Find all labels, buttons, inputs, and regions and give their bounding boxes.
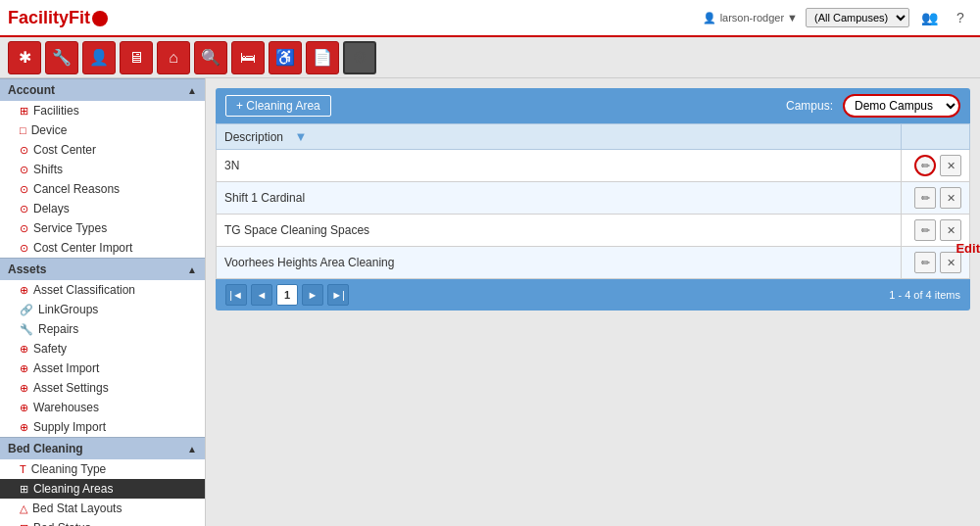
assets-section-label: Assets xyxy=(8,263,46,276)
logo-icon: i xyxy=(92,11,108,26)
sidebar-item-delays[interactable]: ⊙ Delays xyxy=(0,199,205,218)
row-description-tg: TG Space Cleaning Spaces xyxy=(217,215,902,247)
user-menu[interactable]: 👤 larson-rodger ▼ xyxy=(703,12,798,24)
sidebar-item-shifts[interactable]: ⊙ Shifts xyxy=(0,160,205,179)
group-icon-btn[interactable]: 👥 xyxy=(917,6,941,29)
sidebar-item-linkgroups[interactable]: 🔗 LinkGroups xyxy=(0,300,205,319)
username: larson-rodger ▼ xyxy=(720,12,798,24)
row-action-buttons: ✏ ✕ xyxy=(909,219,961,241)
cancel-reasons-icon: ⊙ xyxy=(20,183,28,196)
next-page-btn[interactable]: ► xyxy=(302,284,323,306)
cost-center-label: Cost Center xyxy=(33,143,96,157)
prev-page-btn[interactable]: ◄ xyxy=(251,284,272,306)
table-row: TG Space Cleaning Spaces ✏ ✕ xyxy=(217,215,970,247)
sidebar: Account ▲ ⊞ Facilities □ Device ⊙ Cost C… xyxy=(0,78,206,526)
sidebar-item-warehouses[interactable]: ⊕ Warehouses xyxy=(0,398,205,417)
tools-toolbar-btn[interactable]: 🔧 xyxy=(45,41,78,74)
service-types-icon: ⊙ xyxy=(20,222,28,235)
app-name: FacilityFit xyxy=(8,8,90,27)
asset-settings-icon: ⊕ xyxy=(20,382,28,395)
col-actions xyxy=(902,124,970,150)
sidebar-item-cost-center-import[interactable]: ⊙ Cost Center Import xyxy=(0,238,205,258)
asset-classification-icon: ⊕ xyxy=(20,284,28,297)
first-page-btn[interactable]: |◄ xyxy=(225,284,247,306)
bed-toolbar-btn[interactable]: 🛏 xyxy=(231,41,265,74)
sidebar-item-asset-classification[interactable]: ⊕ Asset Classification xyxy=(0,280,205,300)
sidebar-item-cancel-reasons[interactable]: ⊙ Cancel Reasons xyxy=(0,179,205,199)
home-toolbar-btn[interactable]: ⌂ xyxy=(157,41,190,74)
last-page-btn[interactable]: ►| xyxy=(327,284,349,306)
sidebar-item-asset-settings[interactable]: ⊕ Asset Settings xyxy=(0,378,205,398)
sidebar-item-safety[interactable]: ⊕ Safety xyxy=(0,339,205,359)
service-types-label: Service Types xyxy=(33,221,107,235)
delete-btn-tg[interactable]: ✕ xyxy=(940,219,961,241)
delays-icon: ⊙ xyxy=(20,203,28,215)
bed-stat-layouts-icon: △ xyxy=(20,502,27,515)
sidebar-section-account[interactable]: Account ▲ xyxy=(0,78,205,101)
asset-import-label: Asset Import xyxy=(33,361,99,375)
delete-btn-3n[interactable]: ✕ xyxy=(940,155,961,176)
table-row: Voorhees Heights Area Cleaning ✏ ✕ xyxy=(217,247,970,279)
page-info: 1 - 4 of 4 items xyxy=(889,289,960,301)
edit-btn-shift1[interactable]: ✏ xyxy=(914,187,936,209)
row-actions-tg: ✏ ✕ xyxy=(902,215,970,247)
bed-cleaning-section-label: Bed Cleaning xyxy=(8,442,83,455)
monitor-toolbar-btn[interactable]: 🖥 xyxy=(120,41,153,74)
description-col-label: Description xyxy=(224,130,283,144)
search-toolbar-btn[interactable]: 🔍 xyxy=(194,41,227,74)
row-actions-voorhees: ✏ ✕ xyxy=(902,247,970,279)
supply-import-icon: ⊕ xyxy=(20,421,28,434)
help-btn[interactable]: ? xyxy=(949,6,972,29)
cost-center-icon: ⊙ xyxy=(20,144,28,157)
sidebar-section-bed-cleaning[interactable]: Bed Cleaning ▲ xyxy=(0,437,205,459)
row-actions-3n: ✏ ✕ xyxy=(902,150,970,182)
row-description-shift1: Shift 1 Cardinal xyxy=(217,182,902,215)
sidebar-item-cost-center[interactable]: ⊙ Cost Center xyxy=(0,140,205,160)
edit-btn-3n[interactable]: ✏ xyxy=(914,155,936,176)
sidebar-item-asset-import[interactable]: ⊕ Asset Import xyxy=(0,359,205,378)
safety-label: Safety xyxy=(33,342,67,356)
delete-btn-voorhees[interactable]: ✕ xyxy=(940,252,961,273)
pagination-bar: |◄ ◄ 1 ► ►| 1 - 4 of 4 items xyxy=(216,279,970,311)
wrench-toolbar-btn[interactable]: ✱ xyxy=(8,41,41,74)
device-label: Device xyxy=(31,123,68,137)
sidebar-item-bed-stat-layouts[interactable]: △ Bed Stat Layouts xyxy=(0,499,205,518)
sidebar-item-cleaning-areas[interactable]: ⊞ Cleaning Areas xyxy=(0,479,205,499)
page-1-btn[interactable]: 1 xyxy=(276,284,298,306)
toolbar: ✱ 🔧 👤 🖥 ⌂ 🔍 🛏 ♿ 📄 ⚙ xyxy=(0,37,980,78)
cost-center-import-label: Cost Center Import xyxy=(33,241,132,255)
assets-arrow-icon: ▲ xyxy=(187,264,197,275)
asset-import-icon: ⊕ xyxy=(20,362,28,375)
shifts-label: Shifts xyxy=(33,163,63,176)
edit-btn-voorhees[interactable]: ✏ xyxy=(914,252,936,273)
person-toolbar-btn[interactable]: 👤 xyxy=(82,41,116,74)
cleaning-type-label: Cleaning Type xyxy=(31,462,107,476)
row-action-buttons: ✏ ✕ xyxy=(909,252,961,273)
wheelchair-toolbar-btn[interactable]: ♿ xyxy=(269,41,302,74)
sidebar-item-supply-import[interactable]: ⊕ Supply Import xyxy=(0,417,205,437)
filter-icon[interactable]: ▼ xyxy=(294,129,307,144)
sidebar-item-service-types[interactable]: ⊙ Service Types xyxy=(0,218,205,238)
campus-selector[interactable]: (All Campuses) Demo Campus Main Campus xyxy=(806,8,909,27)
linkgroups-icon: 🔗 xyxy=(20,304,33,316)
edit-btn-tg[interactable]: ✏ xyxy=(914,219,936,241)
cost-center-import-icon: ⊙ xyxy=(20,242,28,255)
sidebar-section-assets[interactable]: Assets ▲ xyxy=(0,258,205,280)
app-logo: FacilityFiti xyxy=(8,8,108,28)
sidebar-item-repairs[interactable]: 🔧 Repairs xyxy=(0,319,205,339)
repairs-label: Repairs xyxy=(38,322,78,336)
sidebar-item-bed-status[interactable]: ⊞ Bed Status xyxy=(0,518,205,526)
document-toolbar-btn[interactable]: 📄 xyxy=(306,41,339,74)
campus-select-dropdown[interactable]: Demo Campus (All Campuses) Main Campus xyxy=(843,94,960,118)
col-description: Description ▼ xyxy=(217,124,902,150)
sidebar-item-facilities[interactable]: ⊞ Facilities xyxy=(0,101,205,120)
row-description-voorhees: Voorhees Heights Area Cleaning xyxy=(217,247,902,279)
sidebar-item-cleaning-type[interactable]: T Cleaning Type xyxy=(0,459,205,479)
add-cleaning-area-btn[interactable]: + Cleaning Area xyxy=(225,95,331,117)
sidebar-item-device[interactable]: □ Device xyxy=(0,120,205,140)
linkgroups-label: LinkGroups xyxy=(38,303,98,316)
campus-dropdown[interactable]: (All Campuses) Demo Campus Main Campus xyxy=(806,8,909,27)
delete-btn-shift1[interactable]: ✕ xyxy=(940,187,961,209)
main-layout: Account ▲ ⊞ Facilities □ Device ⊙ Cost C… xyxy=(0,78,980,526)
settings-toolbar-btn[interactable]: ⚙ xyxy=(343,41,376,74)
